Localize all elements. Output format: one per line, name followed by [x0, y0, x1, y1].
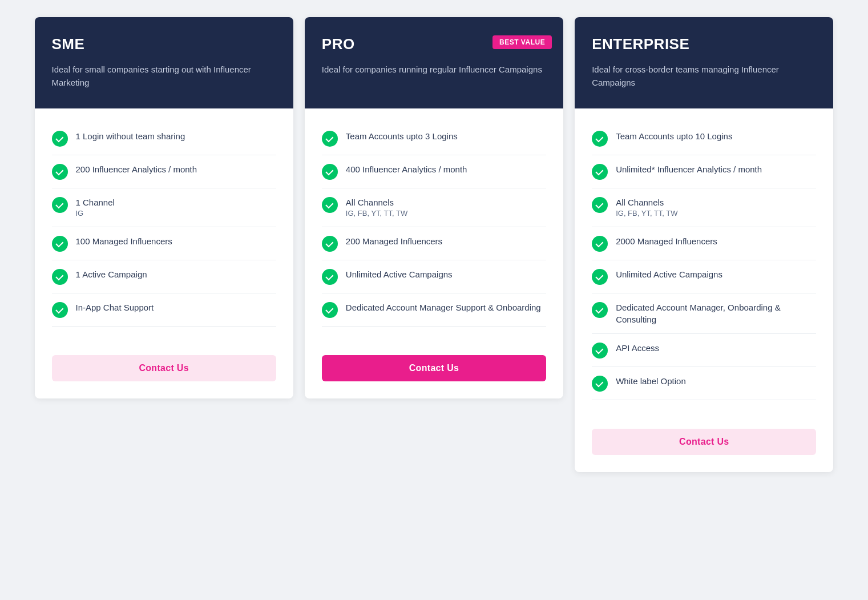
feature-text: 1 Login without team sharing: [76, 130, 185, 142]
feature-list-pro: Team Accounts upto 3 Logins400 Influence…: [322, 122, 546, 327]
plan-footer-pro: Contact Us: [305, 344, 563, 398]
plan-body-sme: 1 Login without team sharing200 Influenc…: [35, 108, 293, 344]
feature-text: All ChannelsIG, FB, YT, TT, TW: [616, 196, 677, 219]
plan-card-pro: PROBest ValueIdeal for companies running…: [305, 17, 563, 398]
feature-text: Dedicated Account Manager Support & Onbo…: [346, 301, 541, 313]
check-icon: [322, 302, 338, 318]
plan-body-pro: Team Accounts upto 3 Logins400 Influence…: [305, 108, 563, 344]
list-item: 200 Managed Influencers: [322, 227, 546, 260]
plan-footer-enterprise: Contact Us: [575, 417, 833, 472]
plan-header-enterprise: ENTERPRISEIdeal for cross-border teams m…: [575, 17, 833, 108]
feature-sub-text: IG: [76, 208, 115, 219]
feature-text: API Access: [616, 342, 659, 354]
list-item: Unlimited Active Campaigns: [322, 260, 546, 293]
feature-text: 100 Managed Influencers: [76, 235, 172, 247]
feature-text: White label Option: [616, 375, 686, 387]
feature-text: 1 ChannelIG: [76, 196, 115, 219]
plan-title-enterprise: ENTERPRISE: [592, 35, 816, 53]
feature-text: Dedicated Account Manager, Onboarding & …: [616, 301, 816, 325]
check-icon: [52, 302, 68, 318]
list-item: White label Option: [592, 367, 816, 400]
feature-text: In-App Chat Support: [76, 301, 154, 313]
list-item: Unlimited* Influencer Analytics / month: [592, 155, 816, 188]
best-value-badge: Best Value: [492, 35, 552, 49]
feature-text: Unlimited Active Campaigns: [346, 268, 453, 280]
check-icon: [52, 236, 68, 252]
list-item: In-App Chat Support: [52, 293, 276, 327]
contact-us-button-sme[interactable]: Contact Us: [52, 355, 276, 381]
feature-text: 200 Influencer Analytics / month: [76, 163, 197, 175]
plan-footer-sme: Contact Us: [35, 344, 293, 398]
feature-sub-text: IG, FB, YT, TT, TW: [616, 208, 677, 219]
feature-text: 1 Active Campaign: [76, 268, 147, 280]
contact-us-button-pro[interactable]: Contact Us: [322, 355, 546, 381]
list-item: Team Accounts upto 3 Logins: [322, 122, 546, 155]
pricing-container: SMEIdeal for small companies starting ou…: [35, 17, 834, 472]
feature-list-sme: 1 Login without team sharing200 Influenc…: [52, 122, 276, 327]
feature-text: Team Accounts upto 10 Logins: [616, 130, 732, 142]
check-icon: [592, 236, 608, 252]
check-icon: [322, 164, 338, 180]
list-item: 2000 Managed Influencers: [592, 227, 816, 260]
list-item: 1 ChannelIG: [52, 188, 276, 227]
list-item: Dedicated Account Manager Support & Onbo…: [322, 293, 546, 327]
check-icon: [322, 131, 338, 147]
list-item: Team Accounts upto 10 Logins: [592, 122, 816, 155]
check-icon: [52, 164, 68, 180]
contact-us-button-enterprise[interactable]: Contact Us: [592, 429, 816, 455]
check-icon: [592, 376, 608, 392]
plan-title-sme: SME: [52, 35, 276, 53]
feature-text: Unlimited* Influencer Analytics / month: [616, 163, 762, 175]
feature-text: Unlimited Active Campaigns: [616, 268, 722, 280]
check-icon: [322, 269, 338, 285]
plan-card-enterprise: ENTERPRISEIdeal for cross-border teams m…: [575, 17, 833, 472]
list-item: API Access: [592, 334, 816, 367]
plan-description-sme: Ideal for small companies starting out w…: [52, 63, 276, 89]
list-item: Unlimited Active Campaigns: [592, 260, 816, 293]
list-item: All ChannelsIG, FB, YT, TT, TW: [592, 188, 816, 227]
plan-description-enterprise: Ideal for cross-border teams managing In…: [592, 63, 816, 89]
check-icon: [592, 343, 608, 359]
plan-header-sme: SMEIdeal for small companies starting ou…: [35, 17, 293, 108]
check-icon: [592, 197, 608, 213]
list-item: 200 Influencer Analytics / month: [52, 155, 276, 188]
feature-text: 400 Influencer Analytics / month: [346, 163, 467, 175]
list-item: 1 Active Campaign: [52, 260, 276, 293]
feature-text: 2000 Managed Influencers: [616, 235, 717, 247]
check-icon: [52, 131, 68, 147]
check-icon: [592, 131, 608, 147]
list-item: Dedicated Account Manager, Onboarding & …: [592, 293, 816, 334]
plan-card-sme: SMEIdeal for small companies starting ou…: [35, 17, 293, 398]
list-item: 1 Login without team sharing: [52, 122, 276, 155]
feature-text: 200 Managed Influencers: [346, 235, 442, 247]
plan-body-enterprise: Team Accounts upto 10 LoginsUnlimited* I…: [575, 108, 833, 417]
feature-text: All ChannelsIG, FB, YT, TT, TW: [346, 196, 407, 219]
check-icon: [52, 269, 68, 285]
check-icon: [52, 197, 68, 213]
feature-sub-text: IG, FB, YT, TT, TW: [346, 208, 407, 219]
list-item: 100 Managed Influencers: [52, 227, 276, 260]
plan-description-pro: Ideal for companies running regular Infl…: [322, 63, 546, 76]
check-icon: [322, 197, 338, 213]
feature-text: Team Accounts upto 3 Logins: [346, 130, 458, 142]
check-icon: [592, 269, 608, 285]
plan-header-pro: PROBest ValueIdeal for companies running…: [305, 17, 563, 108]
list-item: 400 Influencer Analytics / month: [322, 155, 546, 188]
feature-list-enterprise: Team Accounts upto 10 LoginsUnlimited* I…: [592, 122, 816, 400]
list-item: All ChannelsIG, FB, YT, TT, TW: [322, 188, 546, 227]
check-icon: [592, 302, 608, 318]
check-icon: [322, 236, 338, 252]
check-icon: [592, 164, 608, 180]
